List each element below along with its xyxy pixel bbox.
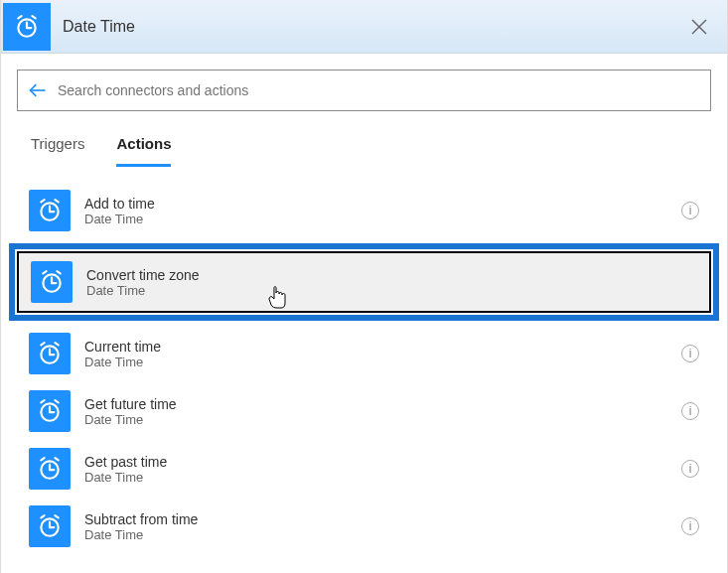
svg-line-27 <box>55 400 58 402</box>
action-icon <box>29 390 71 432</box>
svg-line-16 <box>43 271 46 273</box>
action-subtitle: Date Time <box>84 527 681 542</box>
close-icon <box>690 18 708 36</box>
actions-list: Add to time Date Time i Convert time zon… <box>17 182 711 555</box>
svg-line-17 <box>57 271 60 273</box>
svg-line-36 <box>41 515 44 517</box>
action-text: Subtract from time Date Time <box>84 511 681 542</box>
action-convert-time-zone[interactable]: Convert time zone Date Time <box>17 251 711 313</box>
alarm-clock-icon <box>14 14 40 40</box>
info-button[interactable]: i <box>681 345 699 362</box>
action-text: Current time Date Time <box>84 339 681 369</box>
action-title: Current time <box>84 339 681 355</box>
action-get-past-time[interactable]: Get past time Date Time i <box>17 440 711 498</box>
svg-line-32 <box>55 458 58 460</box>
action-picker-panel: Date Time Triggers Actions <box>0 0 728 573</box>
action-icon <box>29 190 71 231</box>
back-button[interactable] <box>28 80 48 100</box>
svg-line-22 <box>55 343 58 345</box>
alarm-clock-icon <box>37 456 63 482</box>
action-icon <box>29 333 71 374</box>
action-subtitle: Date Time <box>84 212 681 226</box>
close-button[interactable] <box>679 7 719 47</box>
action-text: Get past time Date Time <box>84 454 681 485</box>
action-subtitle: Date Time <box>84 412 681 427</box>
action-subtitle: Date Time <box>86 283 697 298</box>
alarm-clock-icon <box>37 398 63 424</box>
alarm-clock-icon <box>37 341 63 366</box>
alarm-clock-icon <box>37 198 63 223</box>
action-icon <box>31 261 73 303</box>
action-current-time[interactable]: Current time Date Time i <box>17 325 711 382</box>
action-text: Add to time Date Time <box>84 196 681 226</box>
info-button[interactable]: i <box>681 517 699 535</box>
selection-highlight: Convert time zone Date Time <box>9 243 719 321</box>
tab-actions[interactable]: Actions <box>116 127 171 167</box>
action-get-future-time[interactable]: Get future time Date Time i <box>17 382 711 440</box>
alarm-clock-icon <box>39 269 65 295</box>
tab-triggers[interactable]: Triggers <box>31 127 84 167</box>
info-button[interactable]: i <box>681 202 699 219</box>
action-title: Get past time <box>84 454 681 470</box>
search-box[interactable] <box>17 70 711 111</box>
alarm-clock-icon <box>37 513 63 539</box>
action-subtitle: Date Time <box>84 355 681 369</box>
svg-line-11 <box>41 200 44 202</box>
tabs: Triggers Actions <box>17 121 711 168</box>
action-text: Convert time zone Date Time <box>86 267 697 298</box>
panel-title: Date Time <box>63 18 679 36</box>
svg-line-37 <box>55 515 58 517</box>
action-add-to-time[interactable]: Add to time Date Time i <box>17 182 711 239</box>
info-button[interactable]: i <box>681 402 699 420</box>
action-text: Get future time Date Time <box>84 396 681 427</box>
action-icon <box>29 448 71 490</box>
svg-line-21 <box>41 343 44 345</box>
panel-header: Date Time <box>1 0 727 54</box>
info-button[interactable]: i <box>681 460 699 478</box>
action-title: Get future time <box>84 396 681 412</box>
svg-line-26 <box>41 400 44 402</box>
action-title: Subtract from time <box>84 511 681 527</box>
action-title: Convert time zone <box>86 267 697 283</box>
svg-line-31 <box>41 458 44 460</box>
action-icon <box>29 505 71 547</box>
back-arrow-icon <box>28 80 48 100</box>
action-subtitle: Date Time <box>84 470 681 485</box>
svg-line-3 <box>18 16 21 18</box>
svg-line-12 <box>55 200 58 202</box>
panel-body: Triggers Actions Add to time Date Time i <box>1 54 727 573</box>
action-title: Add to time <box>84 196 681 212</box>
connector-icon <box>3 3 51 51</box>
action-subtract-from-time[interactable]: Subtract from time Date Time i <box>17 498 711 555</box>
search-input[interactable] <box>58 82 700 98</box>
svg-line-4 <box>32 16 35 18</box>
